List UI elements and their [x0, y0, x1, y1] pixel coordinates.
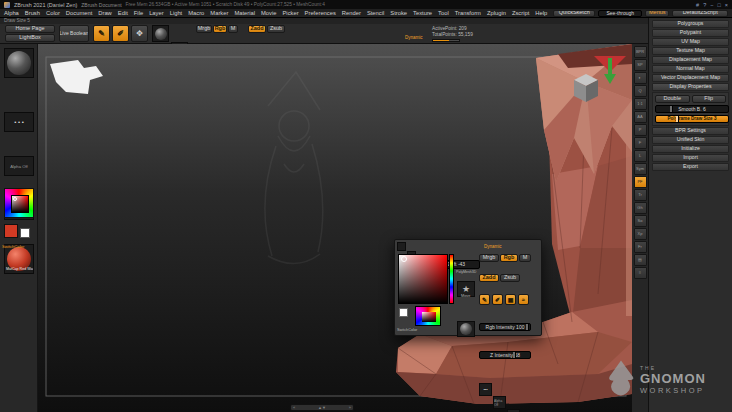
window-control-icon[interactable]: − — [710, 2, 713, 8]
color-picker[interactable] — [4, 188, 34, 218]
boot-model[interactable] — [396, 44, 632, 404]
right-shelf-icon[interactable]: F — [634, 137, 647, 149]
double-button[interactable]: Double — [655, 95, 690, 103]
popup-dynamic-toggle[interactable]: Dynamic — [484, 244, 502, 249]
live-boolean-button[interactable]: Live Boolean — [59, 25, 89, 42]
polyframe-slider-knob[interactable] — [676, 116, 679, 122]
zsub-button[interactable]: Zsub — [267, 25, 285, 33]
menu-item[interactable]: Movie — [261, 10, 276, 16]
menu-item[interactable]: Document — [66, 10, 92, 16]
right-shelf-icon[interactable]: Q — [634, 85, 647, 97]
tool-subpalette-item[interactable]: Normal Map — [652, 65, 729, 73]
menu-item[interactable]: Texture — [413, 10, 432, 16]
popup-mrgb-button[interactable]: Mrgb — [479, 254, 499, 262]
window-control-icon[interactable]: # — [696, 2, 699, 8]
menu-item[interactable]: Help — [535, 10, 547, 16]
scroll-left-icon[interactable]: « — [293, 406, 295, 410]
m-button[interactable]: M — [228, 25, 238, 33]
window-control-icon[interactable]: ? — [703, 2, 706, 8]
popup-rgb-intensity-slider[interactable]: Rgb Intensity 100 — [479, 323, 531, 331]
tool-subpalette-item[interactable]: Polygroups — [652, 20, 729, 28]
menu-item[interactable]: Material — [234, 10, 255, 16]
popup-m-button[interactable]: M — [519, 254, 531, 262]
dynamic-toggle[interactable]: Dynamic — [405, 35, 423, 40]
popup-z-intensity-knob[interactable] — [513, 352, 516, 358]
tool-subpalette-item[interactable]: Displacement Map — [652, 56, 729, 64]
right-shelf-icon[interactable]: Gh — [634, 202, 647, 214]
tool-subpalette-item[interactable]: Texture Map — [652, 47, 729, 55]
rgb-button[interactable]: Rgb — [213, 25, 227, 33]
popup-rgb-intensity-knob[interactable] — [526, 324, 529, 330]
menus-button[interactable]: Menus — [645, 10, 669, 17]
popup-mini-sv[interactable] — [422, 312, 436, 322]
popup-stroke-thumb[interactable]: ••• — [479, 383, 492, 396]
tool-subpalette-item[interactable]: Export — [652, 163, 729, 171]
document-scroll-widget[interactable]: « ▲▼ » — [290, 404, 354, 411]
right-shelf-icon[interactable]: Tr — [634, 189, 647, 201]
popup-mode-icon-button[interactable]: ▦ — [505, 294, 516, 305]
popup-mini-picker[interactable] — [415, 306, 441, 326]
tool-subpalette-item[interactable]: Initialize — [652, 145, 729, 153]
menu-item[interactable]: File — [134, 10, 143, 16]
smooth-slider-knob[interactable] — [670, 106, 673, 112]
popup-switch-color-swatch[interactable] — [399, 308, 408, 317]
tool-subpalette-item[interactable]: BPR Settings — [652, 127, 729, 135]
display-properties-header[interactable]: Display Properties — [652, 83, 729, 91]
menu-item[interactable]: Stroke — [390, 10, 407, 16]
popup-mode-icon-button[interactable]: ≈ — [518, 294, 529, 305]
right-shelf-icon[interactable]: ▤ — [634, 254, 647, 266]
window-control-icon[interactable]: × — [725, 2, 728, 8]
flip-button[interactable]: Flip — [692, 95, 727, 103]
menu-item[interactable]: Draw — [98, 10, 112, 16]
popup-mode-icon-button[interactable]: ✎ — [479, 294, 490, 305]
right-shelf-icon[interactable]: So — [634, 215, 647, 227]
mode-icon-button[interactable]: ✥ — [131, 25, 148, 42]
menu-item[interactable]: Light — [170, 10, 183, 16]
right-shelf-icon[interactable]: Xp — [634, 228, 647, 240]
right-shelf-icon[interactable]: P — [634, 124, 647, 136]
tool-subpalette-item[interactable]: Vector Displacement Map — [652, 74, 729, 82]
right-shelf-icon[interactable]: ◐ — [634, 72, 647, 84]
tool-subpalette-item[interactable]: UV Map — [652, 38, 729, 46]
home-page-button[interactable]: Home Page — [5, 25, 55, 33]
main-color-swatch[interactable] — [4, 224, 18, 238]
menu-item[interactable]: Preferences — [305, 10, 336, 16]
mrgb-button[interactable]: Mrgb — [196, 25, 212, 33]
right-shelf-icon[interactable]: 1:1 — [634, 98, 647, 110]
menu-item[interactable]: Render — [342, 10, 361, 16]
right-shelf-icon[interactable]: Fr — [634, 241, 647, 253]
see-through-slider[interactable]: See-through — [598, 10, 642, 17]
menu-item[interactable]: Zplugin — [487, 10, 506, 16]
default-zscript-button[interactable]: DefaultZScript — [672, 10, 728, 17]
menu-item[interactable]: Color — [46, 10, 60, 16]
popup-hue-strip[interactable] — [449, 254, 454, 304]
right-shelf-icon[interactable]: SP — [634, 59, 647, 71]
popup-zadd-button[interactable]: Zadd — [479, 274, 499, 282]
smooth-slider[interactable]: Smooth B. 6 — [655, 105, 729, 113]
alpha-slot-thumb[interactable]: Alpha Off — [4, 156, 34, 176]
tool-subpalette-item[interactable]: Unified Skin — [652, 136, 729, 144]
popup-z-intensity-slider[interactable]: Z Intensity 68 — [479, 351, 531, 359]
color-selection-ring[interactable] — [13, 197, 17, 201]
menu-item[interactable]: Brush — [25, 10, 40, 16]
popup-brush-thumb[interactable] — [457, 321, 475, 337]
right-shelf-icon[interactable]: PF — [634, 176, 647, 188]
menu-item[interactable]: Tool — [438, 10, 449, 16]
scroll-updown-icon[interactable]: ▲▼ — [318, 406, 326, 410]
tool-subpalette-item[interactable]: Polypaint — [652, 29, 729, 37]
current-brush-thumb[interactable] — [4, 48, 34, 78]
menu-item[interactable]: Alpha — [4, 10, 19, 16]
right-shelf-icon[interactable]: ≡ — [634, 267, 647, 279]
right-shelf-icon[interactable]: BPR — [634, 46, 647, 58]
right-shelf-icon[interactable]: L — [634, 150, 647, 162]
switch-color-swatch[interactable] — [20, 228, 30, 238]
zadd-button[interactable]: Zadd — [248, 25, 266, 33]
tool-subpalette-item[interactable]: Import — [652, 154, 729, 162]
menu-item[interactable]: Zscript — [512, 10, 529, 16]
menu-item[interactable]: Layer — [149, 10, 164, 16]
mode-icon-button[interactable]: ✎ — [93, 25, 110, 42]
menu-item[interactable]: Edit — [118, 10, 128, 16]
menu-item[interactable]: Marker — [210, 10, 228, 16]
scroll-right-icon[interactable]: » — [349, 406, 351, 410]
sculpt-canvas[interactable] — [38, 44, 632, 412]
